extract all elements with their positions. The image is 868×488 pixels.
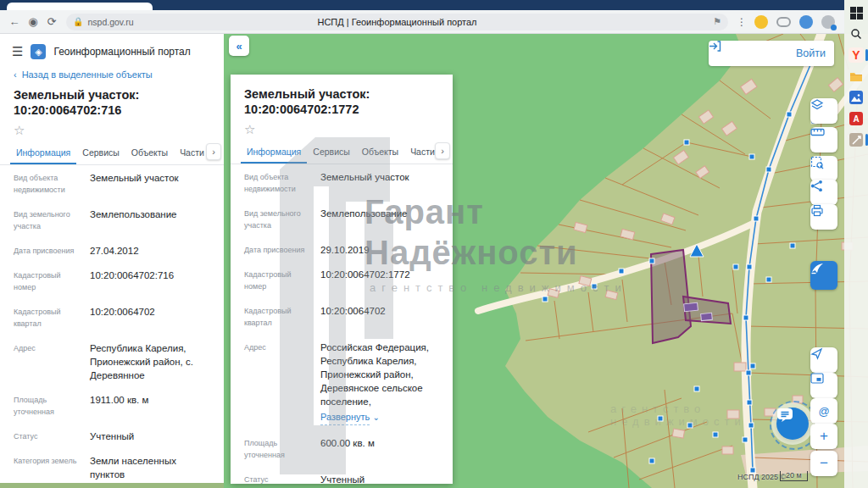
back-link[interactable]: ‹ Назад в выделенные объекты — [0, 66, 224, 81]
taskbar-photos-icon[interactable] — [849, 90, 864, 105]
login-button[interactable]: Войти — [709, 41, 834, 66]
chat-button[interactable] — [776, 408, 809, 440]
minus-icon: − — [820, 455, 828, 472]
select-area-button[interactable] — [810, 156, 837, 181]
print-button[interactable] — [810, 204, 837, 230]
field-label: Адрес — [14, 341, 81, 382]
extension-mask-icon[interactable] — [776, 17, 791, 27]
app-header: ☰ ◈ Геоинформационный портал — [0, 34, 224, 66]
screen: Войти @ — [0, 0, 868, 488]
field-value: Учтенный — [90, 430, 134, 443]
plus-icon: + — [820, 428, 828, 445]
field-label: Адрес — [244, 341, 312, 425]
browser-menu-icon[interactable]: ⋮ — [737, 16, 747, 28]
browser-tab[interactable] — [7, 3, 153, 10]
field-row: Адрес Республика Карелия, Прионежский ра… — [0, 336, 224, 387]
field-value: 600.00 кв. м — [320, 436, 375, 462]
zoom-out-button[interactable]: − — [810, 451, 837, 476]
map-scale-bar: 20 м — [780, 471, 808, 481]
field-value: 10:20:0064702 — [320, 304, 386, 330]
back-icon[interactable]: ← — [5, 13, 24, 31]
field-value: Республика Карелия, Прионежский район, с… — [90, 341, 214, 382]
field-row: Кадастровый номер 10:20:0064702:716 — [0, 263, 224, 299]
coordinates-button[interactable]: @ — [810, 398, 837, 424]
favorite-star-icon[interactable]: ☆ — [0, 119, 224, 138]
field-value: Землепользование — [90, 208, 177, 233]
field-row: Площадь уточненная 600.00 кв. м — [231, 430, 453, 467]
ruler-icon — [810, 127, 825, 137]
collapse-panel-button[interactable]: « — [229, 36, 249, 56]
left-panel-fields: Вид объекта недвижимости Земельный участ… — [0, 165, 224, 483]
share-icon — [810, 180, 823, 192]
field-label: Площадь уточненная — [14, 393, 81, 419]
navigate-icon — [810, 347, 823, 360]
field-row: Площадь уточненная 1911.00 кв. м — [0, 387, 224, 424]
tab[interactable]: Информация — [241, 141, 307, 164]
field-value: Земельный участок — [320, 170, 409, 196]
detail-info-panel: Земельный участок: 10:20:0064702:1772 ☆ … — [231, 75, 453, 484]
back-chevron-icon: ‹ — [14, 69, 17, 80]
identify-tool-button[interactable] — [810, 261, 837, 290]
left-info-panel: ☰ ◈ Геоинформационный портал ‹ Назад в в… — [0, 34, 224, 483]
field-row: Статус Учтенный — [231, 467, 453, 484]
taskbar-search-icon[interactable] — [849, 26, 864, 42]
back-link-label: Назад в выделенные объекты — [22, 69, 153, 80]
url-text: nspd.gov.ru — [87, 17, 133, 27]
chat-icon — [776, 408, 793, 423]
tab[interactable]: Информация — [10, 141, 76, 164]
menu-icon[interactable]: ☰ — [12, 44, 23, 59]
reload-icon[interactable]: ⟳ — [42, 13, 61, 31]
bookmark-flag-icon[interactable]: ⚑ — [713, 16, 721, 27]
address-bar[interactable]: 🔒 nspd.gov.ru НСПД | Геоинформационный п… — [66, 14, 728, 30]
favorite-star-icon[interactable]: ☆ — [231, 119, 453, 137]
field-label: Статус — [244, 473, 312, 484]
field-value: Российская Федерация, Республика Карелия… — [320, 341, 442, 425]
tab[interactable]: Сервисы — [76, 141, 125, 164]
tab[interactable]: Объекты — [125, 141, 174, 164]
field-row: Вид земельного участка Землепользование — [231, 201, 453, 237]
extension-pin-icon[interactable] — [821, 15, 835, 29]
field-label: Вид земельного участка — [244, 207, 312, 232]
extension-smile-icon[interactable] — [754, 15, 768, 29]
field-value: 10:20:0064702 — [90, 305, 155, 330]
field-row: Вид объекта недвижимости Земельный участ… — [231, 164, 453, 201]
field-value: 1911.00 кв. м — [90, 393, 148, 419]
field-label: Площадь уточненная — [244, 436, 312, 462]
field-row: Вид земельного участка Землепользование — [0, 202, 224, 238]
field-row: Вид объекта недвижимости Земельный участ… — [0, 165, 224, 202]
measure-button[interactable] — [810, 127, 837, 152]
select-area-icon — [810, 156, 824, 169]
field-row: Дата присвоения 29.10.2019 — [231, 237, 453, 262]
layers-icon — [810, 98, 824, 112]
taskbar-app-icon[interactable] — [849, 132, 864, 147]
taskbar-acrobat-icon[interactable]: A — [849, 111, 864, 126]
taskbar-file-explorer-icon[interactable] — [849, 69, 864, 84]
taskbar-yandex-browser-icon[interactable]: Y — [849, 47, 864, 63]
field-value: Земельный участок — [90, 171, 179, 197]
field-value: 10:20:0064702:1772 — [320, 268, 410, 293]
windows-start-icon[interactable] — [849, 5, 864, 20]
extension-shield-icon[interactable] — [799, 15, 813, 29]
more-tabs-button[interactable]: › — [206, 143, 221, 160]
field-row: Дата присвоения 27.04.2012 — [0, 238, 224, 263]
page-title: НСПД | Геоинформационный портал — [66, 17, 728, 27]
more-tabs-button[interactable]: › — [435, 142, 450, 159]
extensions-circle-icon[interactable]: ◉ — [24, 13, 42, 31]
tab[interactable]: Объекты — [356, 141, 404, 164]
layers-button[interactable] — [810, 98, 837, 124]
login-icon — [709, 41, 721, 52]
locate-button[interactable] — [810, 347, 837, 373]
field-label: Дата присвоения — [244, 243, 312, 257]
portal-name: Геоинформационный портал — [53, 46, 190, 58]
mini-map-button[interactable] — [810, 373, 837, 398]
expand-link[interactable]: Развернуть — [320, 411, 370, 424]
nspd-logo-icon[interactable]: ◈ — [31, 44, 46, 59]
field-value: 10:20:0064702:716 — [90, 269, 174, 294]
zoom-in-button[interactable]: + — [810, 424, 837, 449]
tab[interactable]: Сервисы — [307, 141, 356, 164]
detail-panel-tabs: Информация Сервисы Объекты Части ЗУ Сост… — [231, 141, 453, 164]
mini-map-icon — [810, 373, 824, 384]
field-label: Вид объекта недвижимости — [244, 170, 312, 196]
share-button[interactable] — [810, 180, 837, 205]
field-label: Статус — [14, 430, 81, 443]
